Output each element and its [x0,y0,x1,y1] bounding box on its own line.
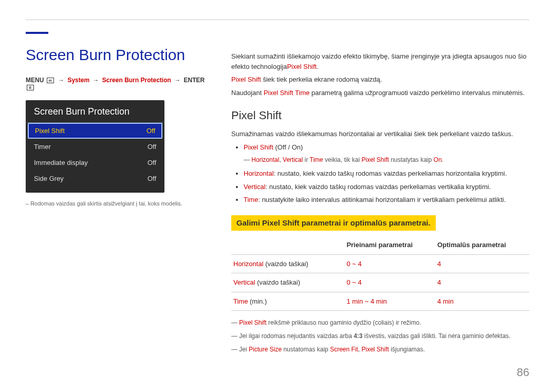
table-cell: Time (min.) [231,292,344,311]
table-row: Vertical (vaizdo taškai)0 ~ 44 [231,273,529,292]
text: : nustato, kiek vaizdo taškų rodomas vai… [266,183,491,191]
osd-row-value: Off [147,175,156,182]
table-cell: 0 ~ 4 [344,273,435,292]
sub-note: Jei ilgai rodomas nejudantis vaizdas arb… [231,331,529,341]
intro-p2: Pixel Shift šiek tiek perkelia ekrane ro… [231,74,529,85]
intro-p3: Naudojant Pixel Shift Time parametrą gal… [231,88,529,98]
table-header [231,236,344,254]
text-red: Time [233,297,248,305]
sub-note: Horizontal, Vertical ir Time veikia, tik… [244,155,529,164]
bullet-item: Time: nustatykite laiko intervalus atiti… [244,195,529,205]
accent-bar [26,32,48,34]
text-red: Pixel Shift [244,143,273,151]
arrow-icon: → [91,77,100,84]
table-header-row: Prieinami parametrai Optimalūs parametra… [231,236,529,254]
left-column: Screen Burn Protection MENU m → System →… [26,46,206,207]
text: Siekiant sumažinti išliekamojo vaizdo ef… [231,52,526,70]
right-column: Siekiant sumažinti išliekamojo vaizdo ef… [231,51,529,358]
text: : nustato, kiek vaizdo taškų rodomas vai… [274,170,507,177]
breadcrumb: MENU m → System → Screen Burn Protection… [26,77,206,91]
text-red: Pixel Shift [231,76,261,83]
text-bold: 4:3 [354,332,362,340]
table-cell: 4 [435,254,529,273]
text: (Off / On) [273,143,303,151]
table-cell: Horizontal (vaizdo taškai) [231,254,344,273]
table-cell: 4 min [435,292,529,311]
text: nustatytas kaip [389,156,434,163]
bullet-item: Horizontal: nustato, kiek vaizdo taškų r… [244,169,529,179]
osd-menu-row: Side GreyOff [26,171,164,186]
text-red: Pixel Shift [361,346,388,353]
table-cell: 0 ~ 4 [344,254,435,273]
osd-menu-row: Immediate displayOff [26,155,164,171]
table-row: Time (min.)1 min ~ 4 min4 min [231,292,529,311]
breadcrumb-enter: ENTER [183,77,205,84]
page-number: 86 [517,366,529,379]
table-header: Optimalūs parametrai [435,236,529,254]
osd-title: Screen Burn Protection [26,100,164,123]
text: šiek tiek perkelia ekrane rodomą vaizdą. [261,76,382,83]
intro-p1: Siekiant sumažinti išliekamojo vaizdo ef… [231,51,529,71]
text-red: Vertical [233,278,255,286]
osd-row-value: Off [146,127,155,135]
table-cell: 4 [435,273,529,292]
enter-icon: E [27,85,34,90]
text: (min.) [248,297,267,305]
osd-row-label: Immediate display [34,159,88,166]
sub-note: Pixel Shift reikšmė priklauso nuo gamini… [231,318,529,327]
text-red: Pixel Shift Time [264,89,310,97]
text: Jei [239,346,249,353]
osd-row-value: Off [147,143,156,151]
breadcrumb-sbp: Screen Burn Protection [102,77,171,84]
left-footnote: – Rodomas vaizdas gali skirtis atsižvelg… [26,200,206,207]
bullet-list: Horizontal: nustato, kiek vaizdo taškų r… [244,169,529,205]
bullet-item: Pixel Shift (Off / On) [244,142,529,153]
text-red: Pixel Shift [287,63,317,70]
osd-row-label: Pixel Shift [35,127,65,135]
bullet-item: Vertical: nustato, kiek vaizdo taškų rod… [244,182,529,192]
text-red: Pixel Shift [361,156,388,163]
osd-menu-row: Pixel ShiftOff [28,123,162,139]
text: . [442,156,443,163]
text: (vaizdo taškai) [264,260,308,268]
text: išvestis, vaizdas gali išlikti. Tai nėra… [362,332,510,340]
sub-note: Jei Picture Size nustatomas kaip Screen … [231,345,529,354]
text: reikšmė priklauso nuo gaminio dydžio (co… [267,319,421,326]
osd-row-value: Off [147,159,156,166]
osd-row-label: Timer [34,143,51,151]
section-intro: Sumažinamas vaizdo išliekamumas horizont… [231,129,529,139]
text-red: Picture Size [249,346,282,353]
text-red: On [434,156,442,163]
text-red: Time [244,196,258,203]
page-title: Screen Burn Protection [26,46,206,64]
top-divider [26,20,529,20]
text-red: Screen Fit [330,346,358,353]
text-red: Horizontal [244,170,274,177]
text: veikia, tik kai [323,156,362,163]
text-red: Horizontal [251,156,279,163]
table-header: Prieinami parametrai [344,236,435,254]
text: (vaizdo taškai) [255,278,300,286]
yellow-heading: Galimi Pixel Shift parametrai ir optimal… [231,215,436,231]
text: . [317,63,319,70]
arrow-icon: → [173,77,182,84]
table-row: Horizontal (vaizdo taškai)0 ~ 44 [231,254,529,273]
text: Naudojant [231,89,264,97]
table-cell: 1 min ~ 4 min [344,292,435,311]
breadcrumb-menu: MENU [26,77,44,84]
menu-icon: m [47,78,54,83]
osd-row-label: Side Grey [34,175,64,182]
breadcrumb-system: System [67,77,89,84]
text: Jei ilgai rodomas nejudantis vaizdas arb… [239,332,354,340]
parameter-table: Prieinami parametrai Optimalūs parametra… [231,236,529,311]
text-red: Time [310,156,323,163]
osd-menu-row: TimerOff [26,139,164,155]
osd-screenshot: Screen Burn Protection Pixel ShiftOffTim… [26,100,164,193]
after-table-notes: Pixel Shift reikšmė priklauso nuo gamini… [231,318,529,354]
text: parametrą galima užprogramuoti vaizdo pe… [309,89,524,97]
text: : nustatykite laiko intervalus atitinkam… [258,196,506,203]
bullet-list: Pixel Shift (Off / On) [244,142,529,153]
text: nustatomas kaip [282,346,330,353]
text-red: Horizontal [233,260,264,268]
text-red: Vertical [244,183,266,191]
